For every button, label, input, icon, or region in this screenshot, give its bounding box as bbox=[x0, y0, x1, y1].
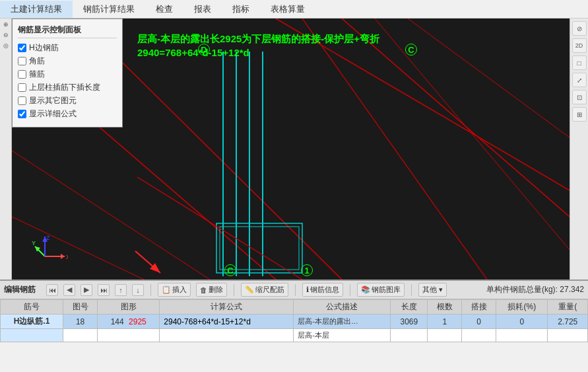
nav-down[interactable]: ↓ bbox=[132, 284, 144, 296]
cell-fignum: 18 bbox=[63, 315, 98, 329]
cell-shape-2 bbox=[98, 329, 160, 342]
col-header-formula: 计算公式 bbox=[160, 300, 294, 315]
nav-up[interactable]: ↑ bbox=[115, 284, 127, 296]
svg-text:X: X bbox=[66, 254, 68, 260]
table-row[interactable]: H边纵筋.1 18 144 2925 2940-768+64*d-15+12*d… bbox=[1, 315, 588, 329]
menu-item-zhibiao[interactable]: 指标 bbox=[222, 1, 260, 18]
cell-length-2 bbox=[391, 329, 428, 342]
checkbox-angle-label: 角筋 bbox=[29, 56, 45, 67]
checkbox-show-elements-label: 显示其它图元 bbox=[29, 95, 77, 106]
svg-line-15 bbox=[375, 19, 570, 250]
nav-prev[interactable]: ◀ bbox=[63, 284, 75, 296]
checkbox-show-formula[interactable]: 显示详细公式 bbox=[18, 108, 117, 120]
left-icon-zoom-in[interactable]: ⊕ bbox=[1, 20, 11, 29]
cell-count: 1 bbox=[428, 315, 462, 329]
menu-item-gangjin[interactable]: 钢筋计算结果 bbox=[73, 1, 145, 18]
shape-num: 144 bbox=[111, 317, 124, 326]
cell-id: H边纵筋.1 bbox=[1, 315, 63, 329]
checkbox-stirrup-label: 箍筋 bbox=[29, 69, 45, 80]
menu-item-tujian[interactable]: 土建计算结果 bbox=[0, 1, 73, 18]
col-header-splice: 搭接 bbox=[462, 300, 496, 315]
cell-loss: 0 bbox=[496, 315, 548, 329]
insert-icon: 📋 bbox=[162, 285, 171, 294]
menu-item-baobiao[interactable]: 报表 bbox=[183, 1, 222, 18]
delete-label: 删除 bbox=[209, 285, 223, 295]
cell-weight-2 bbox=[548, 329, 588, 342]
cell-splice-2 bbox=[462, 329, 496, 342]
cell-desc: 层高-本层的露出… bbox=[294, 315, 391, 329]
checkbox-stirrup-input[interactable] bbox=[18, 70, 26, 79]
right-icon-layers[interactable]: ⊞ bbox=[572, 107, 587, 122]
left-icon-target[interactable]: ◎ bbox=[1, 41, 11, 50]
svg-line-13 bbox=[137, 177, 302, 279]
toolbar-scale-rebar[interactable]: 📏 缩尺配筋 bbox=[241, 283, 288, 297]
col-header-weight: 重量( bbox=[548, 300, 588, 315]
control-panel: 钢筋显示控制面板 H边钢筋 角筋 箍筋 上层柱插筋下插长度 显示其它图元 显示详… bbox=[12, 19, 123, 128]
checkbox-h-edge[interactable]: H边钢筋 bbox=[18, 42, 117, 54]
rebar-lib-icon: 📚 bbox=[361, 285, 370, 294]
svg-line-2 bbox=[276, 19, 570, 190]
svg-marker-18 bbox=[61, 254, 65, 259]
annotation-line2: 2940=768+64*d-15+12*d bbox=[137, 46, 379, 59]
checkbox-h-edge-input[interactable] bbox=[18, 44, 26, 52]
checkbox-show-elements-input[interactable] bbox=[18, 96, 26, 105]
scale-icon: 📏 bbox=[245, 285, 254, 294]
table-row[interactable]: 层高-本层 bbox=[1, 329, 588, 342]
rebar-table: 筋号 图号 图形 计算公式 公式描述 长度 根数 搭接 损耗(%) 重量( H边… bbox=[0, 299, 588, 342]
right-sidebar: ⊘ 2D □ ⤢ ⊡ ⊞ bbox=[570, 19, 588, 279]
right-icon-rotate[interactable]: ⊘ bbox=[572, 21, 587, 36]
canvas-label-C-bottom: C bbox=[224, 264, 236, 276]
rebar-info-icon: ℹ bbox=[306, 285, 309, 294]
checkbox-show-elements[interactable]: 显示其它图元 bbox=[18, 95, 117, 106]
svg-line-6 bbox=[408, 19, 570, 137]
nav-next[interactable]: ▶ bbox=[81, 284, 92, 296]
left-icon-zoom-out[interactable]: ⊖ bbox=[1, 30, 11, 40]
toolbar-insert[interactable]: 📋 插入 bbox=[158, 283, 191, 297]
nav-first[interactable]: ⏮ bbox=[46, 284, 58, 296]
col-header-length: 长度 bbox=[391, 300, 428, 315]
menu-item-jiancha[interactable]: 检查 bbox=[145, 1, 183, 18]
toolbar-rebar-info[interactable]: ℹ 钢筋信息 bbox=[302, 283, 343, 297]
delete-icon: 🗑 bbox=[200, 286, 207, 294]
cell-splice: 0 bbox=[462, 315, 496, 329]
bottom-panel-header: 编辑钢筋 ⏮ ◀ ▶ ⏭ ↑ ↓ 📋 插入 🗑 删除 📏 缩尺配筋 ℹ 钢筋信息… bbox=[0, 281, 588, 299]
toolbar-rebar-lib[interactable]: 📚 钢筋图库 bbox=[357, 283, 405, 297]
right-icon-grid[interactable]: ⊡ bbox=[572, 90, 587, 104]
canvas-label-C-top: C bbox=[405, 44, 417, 56]
nav-last[interactable]: ⏭ bbox=[98, 284, 110, 296]
cell-length: 3069 bbox=[391, 315, 428, 329]
total-weight: 单构件钢筋总量(kg): 27.342 bbox=[486, 284, 584, 295]
checkbox-stirrup[interactable]: 箍筋 bbox=[18, 69, 117, 80]
right-icon-2d[interactable]: 2D bbox=[572, 38, 587, 53]
menu-item-biaogesuan[interactable]: 表格算量 bbox=[260, 1, 315, 18]
cell-id-2 bbox=[1, 329, 63, 342]
rebar-lib-label: 钢筋图库 bbox=[372, 285, 401, 295]
canvas-annotation: 层高-本层的露出长2925为下层钢筋的搭接-保护层+弯折 2940=768+64… bbox=[137, 32, 379, 59]
svg-line-14 bbox=[302, 19, 487, 279]
checkbox-show-formula-label: 显示详细公式 bbox=[29, 108, 77, 120]
checkbox-angle-input[interactable] bbox=[18, 57, 26, 65]
separator-2 bbox=[234, 284, 234, 296]
col-header-count: 根数 bbox=[428, 300, 462, 315]
checkbox-show-formula-input[interactable] bbox=[18, 110, 26, 118]
bottom-panel: 编辑钢筋 ⏮ ◀ ▶ ⏭ ↑ ↓ 📋 插入 🗑 删除 📏 缩尺配筋 ℹ 钢筋信息… bbox=[0, 279, 588, 372]
cell-formula: 2940-768+64*d-15+12*d bbox=[160, 315, 294, 329]
checkbox-angle[interactable]: 角筋 bbox=[18, 56, 117, 67]
right-icon-expand[interactable]: ⤢ bbox=[572, 73, 587, 87]
separator-4 bbox=[350, 284, 350, 296]
checkbox-upper-col-label: 上层柱插筋下插长度 bbox=[29, 82, 100, 93]
cell-fignum-2 bbox=[63, 329, 98, 342]
cell-desc-2: 层高-本层 bbox=[294, 329, 391, 342]
right-icon-frame[interactable]: □ bbox=[572, 56, 587, 70]
checkbox-upper-col[interactable]: 上层柱插筋下插长度 bbox=[18, 82, 117, 93]
col-header-fignum: 图号 bbox=[63, 300, 98, 315]
canvas-label-1: 1 bbox=[301, 264, 313, 276]
annotation-line1: 层高-本层的露出长2925为下层钢筋的搭接-保护层+弯折 bbox=[137, 32, 379, 46]
svg-line-3 bbox=[342, 19, 570, 217]
toolbar-other[interactable]: 其他 ▾ bbox=[418, 283, 447, 297]
scale-label: 缩尺配筋 bbox=[255, 285, 284, 295]
shape-value: 2925 bbox=[129, 317, 147, 326]
checkbox-upper-col-input[interactable] bbox=[18, 83, 26, 92]
top-menu-bar: 土建计算结果 钢筋计算结果 检查 报表 指标 表格算量 bbox=[0, 0, 588, 19]
toolbar-delete[interactable]: 🗑 删除 bbox=[196, 283, 227, 297]
